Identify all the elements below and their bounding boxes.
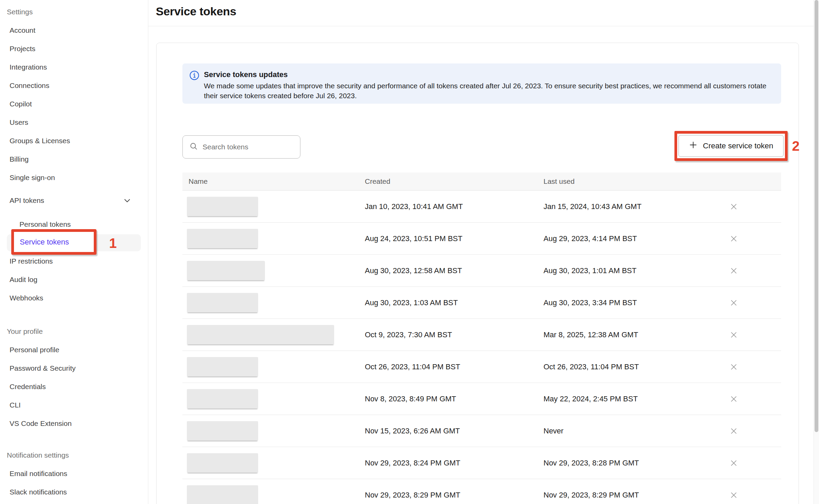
chevron-down-icon	[123, 196, 132, 205]
sidebar-item-groups-licenses[interactable]: Groups & Licenses	[0, 132, 148, 150]
sidebar-item-account[interactable]: Account	[0, 21, 148, 40]
service-tokens-card: Service tokens updates We made some upda…	[156, 43, 799, 504]
delete-token-button[interactable]	[728, 297, 740, 309]
scrollbar-thumb[interactable]	[815, 0, 818, 432]
sidebar-item-cli[interactable]: CLI	[0, 396, 148, 414]
sidebar-item-connections[interactable]: Connections	[0, 76, 148, 95]
page-title: Service tokens	[156, 5, 819, 18]
sidebar-item-integrations[interactable]: Integrations	[0, 58, 148, 76]
app-root: Settings Account Projects Integrations C…	[0, 0, 819, 504]
sidebar-item-billing[interactable]: Billing	[0, 150, 148, 168]
token-last-used: Aug 30, 2023, 1:01 AM BST	[543, 266, 728, 275]
scrollbar[interactable]	[814, 0, 819, 504]
close-icon	[729, 266, 739, 276]
delete-token-button[interactable]	[728, 361, 740, 373]
info-icon	[189, 70, 199, 104]
table-row: Oct 26, 2023, 11:04 PM BST Oct 26, 2023,…	[182, 351, 781, 383]
banner-body: We made some updates that improve the se…	[204, 81, 774, 101]
main-content: Service tokens Service tokens updates We…	[148, 0, 819, 504]
token-last-used: Nov 29, 2023, 8:29 PM GMT	[543, 491, 728, 500]
banner-title: Service tokens updates	[204, 70, 774, 79]
sidebar-item-slack-notifications[interactable]: Slack notifications	[0, 483, 148, 501]
delete-token-button[interactable]	[728, 265, 740, 277]
token-last-used: May 22, 2024, 2:45 PM BST	[543, 395, 728, 403]
table-row: Nov 29, 2023, 8:29 PM GMT Nov 29, 2023, …	[182, 479, 781, 504]
annotation-box-1: Service tokens	[11, 229, 96, 255]
delete-token-button[interactable]	[728, 393, 740, 405]
create-service-token-button[interactable]: Create service token	[679, 135, 783, 157]
token-name-redacted	[187, 229, 258, 248]
sidebar-item-personal-profile[interactable]: Personal profile	[0, 341, 148, 359]
column-header-name: Name	[182, 177, 365, 186]
sidebar-item-webhooks[interactable]: Webhooks	[0, 289, 148, 307]
search-icon	[189, 142, 198, 152]
token-last-used: Never	[543, 427, 728, 435]
delete-token-button[interactable]	[728, 489, 740, 501]
table-row: Aug 24, 2023, 10:51 PM BST Aug 29, 2023,…	[182, 223, 781, 255]
token-created: Oct 26, 2023, 11:04 PM BST	[365, 362, 543, 371]
toolbar: Create service token 2	[182, 132, 781, 162]
sidebar-item-ip-restrictions[interactable]: IP restrictions	[0, 252, 148, 270]
annotation-box-2: Create service token	[674, 131, 787, 161]
search-input-wrapper[interactable]	[182, 135, 300, 159]
token-name-redacted	[187, 293, 258, 312]
token-created: Jan 10, 2023, 10:41 AM GMT	[365, 202, 543, 211]
sidebar-item-api-tokens-label: API tokens	[10, 196, 44, 205]
close-icon	[729, 298, 739, 308]
sidebar-item-users[interactable]: Users	[0, 113, 148, 132]
sidebar: Settings Account Projects Integrations C…	[0, 0, 148, 504]
sidebar-item-password-security[interactable]: Password & Security	[0, 359, 148, 377]
close-icon	[729, 394, 739, 404]
token-last-used: Jan 15, 2024, 10:43 AM GMT	[543, 202, 728, 211]
sidebar-item-service-tokens-label[interactable]: Service tokens	[14, 238, 69, 247]
token-last-used: Mar 8, 2025, 12:38 AM GMT	[543, 330, 728, 339]
sidebar-item-vscode-extension[interactable]: VS Code Extension	[0, 414, 148, 433]
token-created: Aug 30, 2023, 12:58 AM BST	[365, 266, 543, 275]
close-icon	[729, 234, 739, 243]
sidebar-item-single-sign-on[interactable]: Single sign-on	[0, 168, 148, 187]
close-icon	[729, 458, 739, 468]
token-name-redacted	[187, 325, 334, 344]
close-icon	[729, 362, 739, 372]
token-name-redacted	[187, 453, 258, 473]
sidebar-section-notification-settings: Notification settings	[0, 446, 148, 464]
token-created: Nov 8, 2023, 8:49 PM GMT	[365, 395, 543, 403]
close-icon	[729, 330, 739, 340]
delete-token-button[interactable]	[728, 201, 740, 212]
sidebar-item-api-tokens[interactable]: API tokens	[0, 191, 148, 210]
table-row: Aug 30, 2023, 12:58 AM BST Aug 30, 2023,…	[182, 255, 781, 287]
token-last-used: Aug 29, 2023, 4:14 PM BST	[543, 234, 728, 243]
token-name-redacted	[187, 357, 258, 376]
sidebar-item-credentials[interactable]: Credentials	[0, 377, 148, 396]
page-header: Service tokens	[148, 0, 819, 26]
annotation-step-1-label: 1	[109, 236, 117, 250]
column-header-created: Created	[365, 177, 543, 186]
table-row: Nov 15, 2023, 6:26 AM GMT Never	[182, 415, 781, 447]
table-row: Jan 10, 2023, 10:41 AM GMT Jan 15, 2024,…	[182, 191, 781, 223]
info-banner-text: Service tokens updates We made some upda…	[204, 70, 774, 104]
table-row: Nov 8, 2023, 8:49 PM GMT May 22, 2024, 2…	[182, 383, 781, 415]
delete-token-button[interactable]	[728, 425, 740, 437]
sidebar-item-audit-log[interactable]: Audit log	[0, 270, 148, 289]
token-name-redacted	[187, 421, 258, 441]
annotation-step-2-label: 2	[792, 139, 800, 153]
annotation-box-2-wrapper: Create service token 2	[674, 131, 800, 161]
sidebar-section-settings: Settings	[0, 3, 148, 21]
sidebar-item-copilot[interactable]: Copilot	[0, 95, 148, 113]
token-name-redacted	[187, 389, 258, 409]
sidebar-section-your-profile: Your profile	[0, 322, 148, 341]
delete-token-button[interactable]	[728, 457, 740, 469]
token-last-used: Nov 29, 2023, 8:28 PM GMT	[543, 459, 728, 468]
token-last-used: Oct 26, 2023, 11:04 PM BST	[543, 362, 728, 371]
close-icon	[729, 490, 739, 500]
delete-token-button[interactable]	[728, 329, 740, 341]
token-created: Nov 29, 2023, 8:24 PM GMT	[365, 459, 543, 468]
token-created: Aug 24, 2023, 10:51 PM BST	[365, 234, 543, 243]
search-input[interactable]	[203, 143, 284, 151]
sidebar-item-email-notifications[interactable]: Email notifications	[0, 464, 148, 483]
delete-token-button[interactable]	[728, 233, 740, 244]
token-name-redacted	[187, 197, 258, 216]
table-row: Aug 30, 2023, 1:03 AM BST Aug 30, 2023, …	[182, 287, 781, 319]
token-created: Aug 30, 2023, 1:03 AM BST	[365, 298, 543, 307]
sidebar-item-projects[interactable]: Projects	[0, 40, 148, 58]
